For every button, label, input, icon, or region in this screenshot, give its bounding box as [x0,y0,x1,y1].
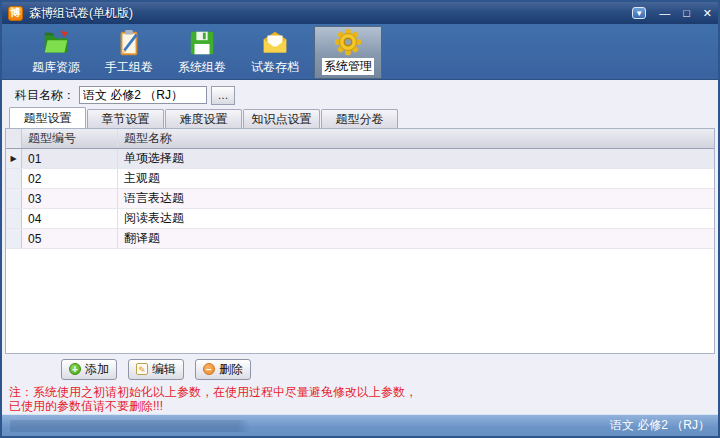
main-toolbar: 题库资源 手工组卷 [2,24,718,80]
ribbon-toggle-icon[interactable]: ▼ [632,7,646,19]
column-header-id: 题型编号 [22,129,118,148]
minimize-button[interactable]: — [659,8,670,19]
content-area: 科目名称： … 题型设置 章节设置 难度设置 知识点设置 题型分卷 题型编号 题… [2,80,718,414]
toolbar-item-label: 试卷存档 [251,59,299,76]
tab-question-type-setting[interactable]: 题型设置 [9,107,86,128]
warning-note-line1: 注：系统使用之初请初始化以上参数，在使用过程中尽量避免修改以上参数， [9,385,715,399]
delete-button[interactable]: − 删除 [195,359,251,380]
toolbar-item-paper-archive[interactable]: 试卷存档 [241,26,309,79]
pencil-page-icon: ✎ [136,363,148,375]
statusbar-watermark [10,420,610,432]
statusbar: 语文 必修2 （RJ） [2,414,718,436]
close-button[interactable]: ✕ [703,8,712,19]
maximize-button[interactable]: □ [683,8,690,19]
question-type-table: 题型编号 题型名称 ▶ 01 单项选择题 02 主观题 03 语言表达题 04 [5,128,715,354]
warning-note-line2: 已使用的参数值请不要删除!!! [9,399,715,413]
table-row[interactable]: 02 主观题 [6,169,714,189]
window-controls: ▼ — □ ✕ [632,7,712,19]
tab-difficulty-setting[interactable]: 难度设置 [165,109,242,128]
minus-circle-icon: − [203,363,215,375]
subject-row: 科目名称： … [5,80,715,107]
subject-input[interactable] [79,86,207,104]
app-logo-icon: 博 [8,6,23,21]
folder-icon [40,28,72,58]
toolbar-item-label: 系统组卷 [178,59,226,76]
warning-note: 注：系统使用之初请初始化以上参数，在使用过程中尽量避免修改以上参数， 已使用的参… [5,384,715,414]
plus-circle-icon: + [69,363,81,375]
action-buttons: + 添加 ✎ 编辑 − 删除 [5,354,715,384]
tab-question-type-split[interactable]: 题型分卷 [321,109,398,128]
tab-chapter-setting[interactable]: 章节设置 [87,109,164,128]
toolbar-item-label: 系统管理 [322,58,374,75]
subject-label: 科目名称： [15,87,75,104]
toolbar-item-manual-compose[interactable]: 手工组卷 [95,26,163,79]
table-row[interactable]: 05 翻译题 [6,229,714,249]
edit-button[interactable]: ✎ 编辑 [128,359,184,380]
app-window: 博 森博组试卷(单机版) ▼ — □ ✕ 题库资源 [0,0,720,438]
clipboard-pencil-icon [113,28,145,58]
floppy-disk-icon [186,28,218,58]
tab-knowledge-point-setting[interactable]: 知识点设置 [243,109,320,128]
settings-tabs: 题型设置 章节设置 难度设置 知识点设置 题型分卷 [5,107,715,128]
toolbar-item-question-bank[interactable]: 题库资源 [22,26,90,79]
gear-icon [332,27,364,57]
table-row[interactable]: 04 阅读表达题 [6,209,714,229]
table-row[interactable]: 03 语言表达题 [6,189,714,209]
statusbar-subject-text: 语文 必修2 （RJ） [610,417,710,434]
row-selector-header [6,129,22,148]
toolbar-item-label: 手工组卷 [105,59,153,76]
current-row-arrow-icon: ▶ [10,154,16,163]
table-header: 题型编号 题型名称 [6,129,714,149]
add-button[interactable]: + 添加 [61,359,117,380]
toolbar-item-system-admin[interactable]: 系统管理 [314,26,382,79]
toolbar-item-label: 题库资源 [32,59,80,76]
table-row[interactable]: ▶ 01 单项选择题 [6,149,714,169]
titlebar: 博 森博组试卷(单机版) ▼ — □ ✕ [2,2,718,24]
toolbar-item-system-compose[interactable]: 系统组卷 [168,26,236,79]
current-row-marker: ▶ [6,149,22,168]
window-title: 森博组试卷(单机版) [29,5,626,22]
browse-button[interactable]: … [211,86,235,105]
table-empty-area [6,249,714,353]
envelope-icon [259,28,291,58]
column-header-name: 题型名称 [118,130,714,147]
